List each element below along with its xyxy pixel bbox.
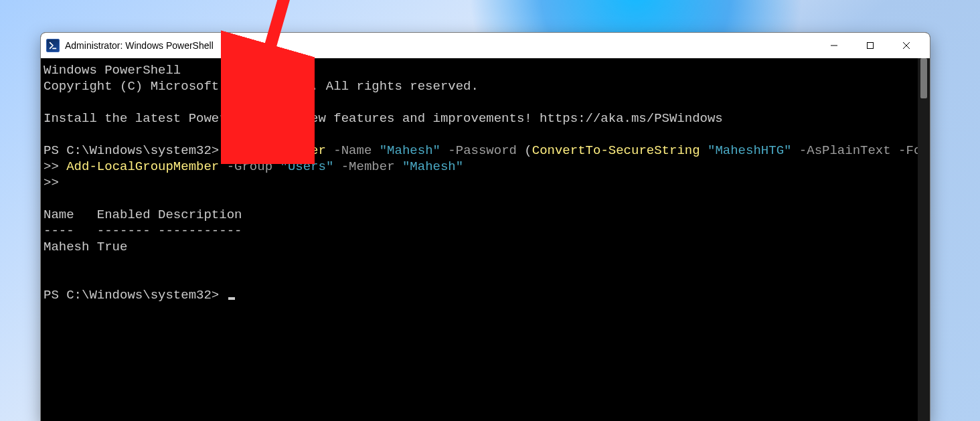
terminal-cursor [228, 297, 235, 300]
cmdlet-convertto-securestring: ConvertTo-SecureString [532, 143, 700, 158]
paren-open: ( [524, 143, 532, 158]
param-asplaintext: -AsPlainText [791, 143, 898, 158]
output-header: Name Enabled Description [44, 207, 242, 222]
maximize-button[interactable] [852, 33, 888, 58]
close-button[interactable] [888, 33, 924, 58]
powershell-window: Administrator: Windows PowerShell Window… [40, 32, 930, 421]
prompt-1: PS C:\Windows\system32> [44, 143, 227, 158]
value-password: "MaheshHTG" [708, 143, 791, 158]
value-name: "Mahesh" [380, 143, 440, 158]
param-group: -Group [219, 159, 280, 174]
minimize-button[interactable] [816, 33, 852, 58]
titlebar[interactable]: Administrator: Windows PowerShell [41, 33, 930, 58]
prompt-2: PS C:\Windows\system32> [44, 288, 227, 303]
vertical-scrollbar[interactable] [918, 58, 930, 421]
ps-header-line2: Copyright (C) Microsoft Corporation. All… [44, 79, 479, 94]
scrollbar-thumb[interactable] [920, 58, 927, 98]
value-member: "Mahesh" [402, 159, 463, 174]
ps-install-message: Install the latest PowerShell for new fe… [44, 111, 723, 126]
continuation-prefix-1: >> [44, 159, 66, 174]
param-name: -Name [326, 143, 380, 158]
param-member: -Member [333, 159, 402, 174]
output-rule: ---- ------- ----------- [44, 224, 242, 238]
cmdlet-add-localgroupmember: Add-LocalGroupMember [66, 159, 219, 174]
ps-header-line1: Windows PowerShell [44, 63, 181, 78]
window-controls [816, 33, 924, 58]
param-password: -Password [440, 143, 524, 158]
value-group: "Users" [280, 159, 333, 174]
svg-rect-2 [868, 43, 874, 49]
cmdlet-new-localuser: New-LocalUser [227, 143, 326, 158]
terminal-output[interactable]: Windows PowerShell Copyright (C) Microso… [41, 58, 918, 421]
output-row: Mahesh True [44, 240, 127, 254]
powershell-icon [46, 39, 60, 52]
window-title: Administrator: Windows PowerShell [65, 40, 816, 51]
continuation-prefix-2: >> [44, 175, 59, 190]
param-force: -Force [898, 143, 918, 158]
